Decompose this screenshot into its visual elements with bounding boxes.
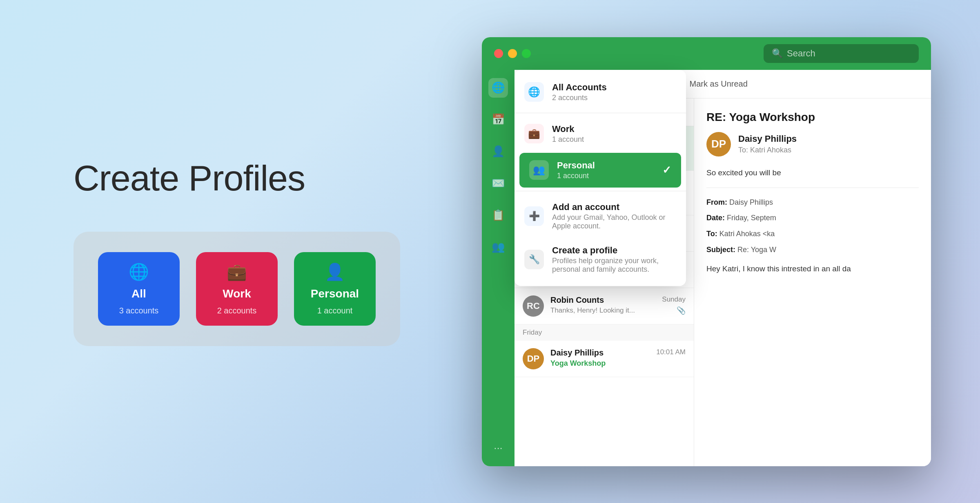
add-account-text: Add an account Add your Gmail, Yahoo, Ou… <box>552 202 676 230</box>
close-button[interactable] <box>494 49 503 58</box>
detail-to: To: Katri Ahokas <box>738 146 797 154</box>
profile-tile-work[interactable]: 💼 Work 2 accounts <box>196 252 278 326</box>
person-icon: 👤 <box>325 262 345 282</box>
dropdown-personal[interactable]: 👥 Personal 1 account ✓ <box>519 153 681 188</box>
email-body: So excited you will be From: Daisy Phill… <box>706 166 919 276</box>
body-opening: So excited you will be <box>706 166 919 179</box>
attachment-icon-robin: 📎 <box>677 306 686 315</box>
tile-work-count: 2 accounts <box>217 306 257 315</box>
tile-personal-count: 1 account <box>317 306 353 315</box>
profile-tile-personal[interactable]: 👤 Personal 1 account <box>294 252 376 326</box>
email-preview-robin: Thanks, Henry! Looking it... <box>550 306 655 315</box>
create-profile-sub: Profiles help organize your work, person… <box>552 257 676 274</box>
create-profile-name: Create a profile <box>552 245 676 256</box>
sidebar-item-more[interactable]: ··· <box>488 438 508 458</box>
sidebar-item-mail[interactable]: ✉️ <box>488 174 508 193</box>
sidebar-item-calendar[interactable]: 📅 <box>488 110 508 130</box>
create-profile-icon: 🔧 <box>524 250 544 269</box>
minimize-button[interactable] <box>508 49 517 58</box>
sidebar-item-person[interactable]: 👤 <box>488 142 508 161</box>
detail-to-field: To: Katri Ahokas <ka <box>706 228 919 240</box>
detail-date: Date: Friday, Septem <box>706 212 919 224</box>
all-accounts-sub: 2 accounts <box>552 94 607 102</box>
section-friday: Friday <box>514 324 694 341</box>
email-item-robin[interactable]: RC Robin Counts Thanks, Henry! Looking i… <box>514 288 694 324</box>
mark-unread-button[interactable]: ✉️ Mark as Unread <box>675 78 748 89</box>
profiles-card: 🌐 All 3 accounts 💼 Work 2 accounts 👤 Per… <box>74 232 400 346</box>
email-detail: RE: Yoga Workshop DP Daisy Phillips To: … <box>694 98 931 466</box>
work-name: Work <box>552 124 584 134</box>
detail-subject: RE: Yoga Workshop <box>706 111 919 124</box>
email-sender-daisy-friday: Daisy Phillips <box>550 348 650 358</box>
email-sender-robin: Robin Counts <box>550 295 655 305</box>
email-info-robin: Robin Counts Thanks, Henry! Looking it..… <box>550 295 655 315</box>
email-item-daisy-friday[interactable]: DP Daisy Phillips Yoga Workshop 10:01 AM <box>514 341 694 377</box>
dropdown-add-account[interactable]: ➕ Add an account Add your Gmail, Yahoo, … <box>514 194 686 238</box>
globe-icon: 🌐 <box>129 262 149 282</box>
all-accounts-name: All Accounts <box>552 82 607 93</box>
title-bar: 🔍 Search <box>482 37 931 70</box>
personal-icon: 👥 <box>529 160 549 180</box>
add-account-sub: Add your Gmail, Yahoo, Outlook or Apple … <box>552 213 676 230</box>
email-meta-daisy-friday: 10:01 AM <box>656 348 686 356</box>
personal-sub: 1 account <box>557 172 595 180</box>
search-icon: 🔍 <box>772 48 783 59</box>
search-placeholder: Search <box>787 48 815 59</box>
left-panel: Create Profiles 🌐 All 3 accounts 💼 Work … <box>49 157 482 346</box>
main-container: Create Profiles 🌐 All 3 accounts 💼 Work … <box>16 17 964 487</box>
divider-2 <box>514 191 686 191</box>
avatar-daisy-friday: DP <box>523 348 544 369</box>
divider-1 <box>514 113 686 113</box>
maximize-button[interactable] <box>522 49 531 58</box>
email-subject-daisy-friday: Yoga Workshop <box>550 359 650 368</box>
dropdown-all-accounts[interactable]: 🌐 All Accounts 2 accounts <box>514 75 686 110</box>
tile-all-label: All <box>131 287 146 300</box>
email-meta-robin: Sunday 📎 <box>662 295 686 315</box>
sidebar-item-list[interactable]: 📋 <box>488 206 508 225</box>
tile-work-label: Work <box>223 287 251 300</box>
all-accounts-text: All Accounts 2 accounts <box>552 82 607 102</box>
work-sub: 1 account <box>552 135 584 144</box>
detail-sender-info: Daisy Phillips To: Katri Ahokas <box>738 134 797 154</box>
detail-sender-name: Daisy Phillips <box>738 134 797 144</box>
page-title: Create Profiles <box>74 157 305 199</box>
add-account-icon: ➕ <box>524 206 544 226</box>
email-time-robin: Sunday <box>662 295 686 304</box>
detail-avatar: DP <box>706 132 731 156</box>
create-profile-text: Create a profile Profiles help organize … <box>552 245 676 274</box>
email-info-daisy-friday: Daisy Phillips Yoga Workshop <box>550 348 650 369</box>
traffic-lights <box>494 49 531 58</box>
app-window: 🔍 Search 🌐 📅 👤 ✉️ 📋 👥 ··· 🌐 <box>482 37 931 466</box>
avatar-robin: RC <box>523 295 544 317</box>
app-content: 🌐 📅 👤 ✉️ 📋 👥 ··· 🌐 All Accounts 2 accoun… <box>482 70 931 466</box>
sidebar: 🌐 📅 👤 ✉️ 📋 👥 ··· <box>482 70 514 466</box>
body-divider <box>706 188 919 188</box>
all-accounts-icon: 🌐 <box>524 82 544 102</box>
tile-personal-label: Personal <box>311 287 359 300</box>
detail-subject-field: Subject: Re: Yoga W <box>706 244 919 256</box>
sidebar-item-globe[interactable]: 🌐 <box>488 78 508 98</box>
personal-name: Personal <box>557 160 595 171</box>
detail-from: From: Daisy Phillips <box>706 196 919 209</box>
checkmark-icon: ✓ <box>662 164 671 177</box>
mark-unread-label: Mark as Unread <box>690 79 748 89</box>
dropdown-create-profile[interactable]: 🔧 Create a profile Profiles help organiz… <box>514 238 686 281</box>
work-icon: 💼 <box>524 124 544 143</box>
profile-tile-all[interactable]: 🌐 All 3 accounts <box>98 252 180 326</box>
detail-body-text: Hey Katri, I know this intrested in an a… <box>706 262 919 275</box>
tile-all-count: 3 accounts <box>119 306 159 315</box>
email-icons-robin: 📎 <box>677 306 686 315</box>
dropdown-work[interactable]: 💼 Work 1 account <box>514 116 686 151</box>
add-account-name: Add an account <box>552 202 676 212</box>
account-switcher-dropdown: 🌐 All Accounts 2 accounts 💼 Work 1 accou… <box>514 70 686 286</box>
work-text: Work 1 account <box>552 124 584 144</box>
sidebar-item-users[interactable]: 👥 <box>488 237 508 257</box>
search-bar[interactable]: 🔍 Search <box>764 44 919 63</box>
personal-text: Personal 1 account <box>557 160 595 180</box>
email-time-daisy-friday: 10:01 AM <box>656 348 686 356</box>
detail-header: DP Daisy Phillips To: Katri Ahokas <box>706 132 919 156</box>
briefcase-icon: 💼 <box>227 262 247 282</box>
